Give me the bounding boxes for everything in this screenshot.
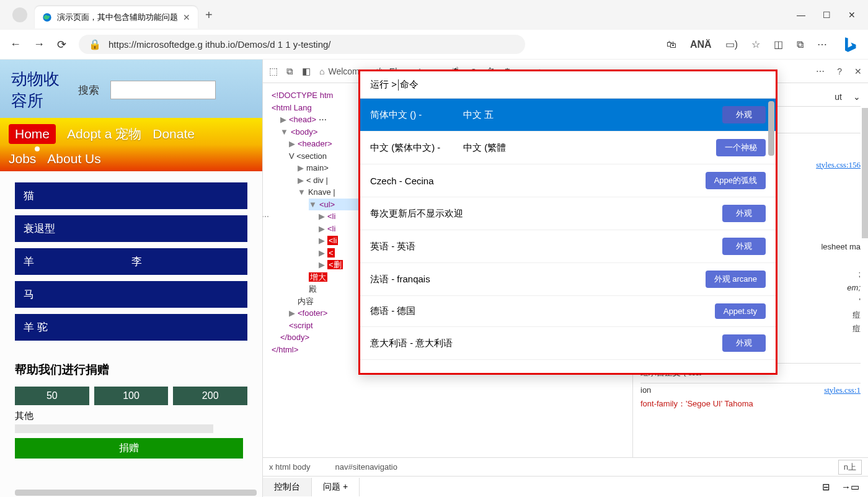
command-list: 简体中文 () -中文 五外观 中文 (繁体中文) -中文 (繁體一个神秘 Cz… — [360, 99, 776, 373]
command-input[interactable]: 运行 > 命令 — [360, 71, 776, 99]
chevron-down-icon[interactable]: ⌄ — [853, 90, 861, 105]
console-tab[interactable]: 控制台 — [263, 478, 312, 496]
nav-jobs[interactable]: Jobs — [9, 151, 36, 166]
styles-link[interactable]: styles.css:156 — [816, 158, 861, 172]
donate-button[interactable]: 捐赠 — [15, 438, 243, 459]
command-item[interactable]: 意大利语 - 意大利语外观 — [360, 327, 776, 360]
amount-50[interactable]: 50 — [15, 387, 89, 405]
nav-donate[interactable]: Donate — [153, 127, 195, 141]
donate-heading: 帮助我们进行捐赠 — [15, 362, 247, 378]
other-label: 其他 — [15, 410, 247, 422]
search-input[interactable] — [110, 81, 216, 99]
tab-close-icon[interactable]: ✕ — [183, 12, 190, 22]
help-icon[interactable]: ? — [837, 66, 842, 76]
command-item[interactable]: 德语 - 德国Appet.sty — [360, 296, 776, 327]
command-menu: 运行 > 命令 简体中文 () -中文 五外观 中文 (繁体中文) -中文 (繁… — [358, 69, 777, 375]
read-aloud-icon[interactable]: ▭) — [725, 38, 738, 50]
list-item[interactable]: 猫 — [15, 182, 247, 209]
devtools-drawer: 控制台 问题 + ⊟ →▭ — [263, 476, 868, 497]
page-title: 动物收容所 — [11, 68, 67, 112]
command-item[interactable]: 每次更新后不显示欢迎外观 — [360, 197, 776, 230]
forward-button[interactable]: → — [33, 38, 45, 51]
problems-tab[interactable]: 问题 + — [312, 478, 360, 496]
shopping-icon[interactable]: 🛍 — [666, 39, 676, 50]
device-icon[interactable]: ⧉ — [286, 66, 293, 77]
nav-about[interactable]: About Us — [47, 151, 100, 166]
inspect-icon[interactable]: ⬚ — [269, 66, 278, 77]
collections-icon[interactable]: ⧉ — [797, 39, 804, 50]
styles-link[interactable]: styles.css:1 — [824, 383, 861, 397]
edge-icon — [42, 12, 52, 22]
tab-welcome[interactable]: ⌂Welcome — [319, 66, 365, 76]
split-icon[interactable]: ◫ — [774, 38, 783, 50]
menu-icon[interactable]: ⋯ — [817, 38, 827, 50]
bing-icon[interactable] — [841, 36, 858, 53]
scrollbar[interactable] — [862, 108, 868, 238]
list-item[interactable]: 马 — [15, 281, 247, 308]
command-item[interactable]: Czech - CecinaAppe的弧线 — [360, 164, 776, 197]
favorite-icon[interactable]: ☆ — [751, 38, 760, 50]
maximize-button[interactable]: ☐ — [823, 10, 831, 20]
tab-title: 演示页面，其中包含辅助功能问题 — [57, 12, 178, 23]
demo-page: 动物收容所 搜索 Home Adopt a 宠物 Donate Jobs Abo… — [0, 60, 263, 497]
horizontal-scrollbar[interactable] — [15, 490, 257, 496]
url-text: https://microsoftedge.g ithub.io/Demos/d… — [108, 39, 331, 50]
refresh-button[interactable]: ⟳ — [57, 38, 66, 51]
profile-avatar[interactable] — [12, 7, 27, 22]
other-input[interactable] — [15, 424, 213, 433]
new-tab-button[interactable]: + — [205, 8, 213, 22]
amount-200[interactable]: 200 — [173, 387, 247, 405]
scrollbar[interactable] — [768, 101, 774, 156]
browser-tab[interactable]: 演示页面，其中包含辅助功能问题 ✕ — [35, 6, 198, 29]
lock-icon: 🔒 — [89, 38, 101, 50]
drawer-icon[interactable]: ⊟ — [822, 481, 830, 493]
titlebar: 演示页面，其中包含辅助功能问题 ✕ + — ☐ ✕ — [0, 0, 868, 30]
list-item[interactable]: 羊 驼 — [15, 314, 247, 341]
devtools-close-icon[interactable]: ✕ — [854, 66, 862, 76]
nav-adopt[interactable]: Adopt a 宠物 — [67, 125, 141, 143]
minimize-button[interactable]: — — [797, 10, 805, 20]
reading-mode[interactable]: ANÄ — [690, 39, 712, 50]
nav-home[interactable]: Home — [9, 124, 56, 144]
command-item[interactable]: 法语 - franqais外观 arcane — [360, 263, 776, 296]
nav-indicator — [35, 146, 40, 151]
list-item[interactable]: 衰退型 — [15, 215, 247, 242]
search-label: 搜索 — [78, 83, 99, 97]
dots-icon: ⋯ — [263, 211, 269, 222]
command-item[interactable]: 简体中文 () -中文 五外观 — [360, 99, 776, 132]
devtools-menu-icon[interactable]: ⋯ — [816, 66, 825, 76]
back-button[interactable]: ← — [10, 38, 21, 51]
amount-100[interactable]: 100 — [94, 387, 169, 405]
donate-section: 帮助我们进行捐赠 50 100 200 其他 捐赠 — [0, 358, 262, 470]
toolbar: ← → ⟳ 🔒 https://microsoftedge.g ithub.io… — [0, 30, 868, 60]
command-item[interactable]: 中文 (繁体中文) -中文 (繁體一个神秘 — [360, 132, 776, 164]
drawer-icon[interactable]: →▭ — [841, 481, 859, 493]
address-bar[interactable]: 🔒 https://microsoftedge.g ithub.io/Demos… — [79, 35, 525, 54]
site-nav: Home Adopt a 宠物 Donate Jobs About Us — [0, 118, 262, 171]
list-item[interactable]: 羊李 — [15, 248, 247, 275]
command-item[interactable]: 英语 - 英语外观 — [360, 230, 776, 263]
breadcrumbs[interactable]: x html body nav#sitenavigatio n上 — [263, 457, 868, 476]
close-window-button[interactable]: ✕ — [848, 10, 856, 20]
dock-icon[interactable]: ◧ — [302, 66, 311, 77]
animal-list: 猫 衰退型 羊李 马 羊 驼 — [0, 171, 262, 358]
